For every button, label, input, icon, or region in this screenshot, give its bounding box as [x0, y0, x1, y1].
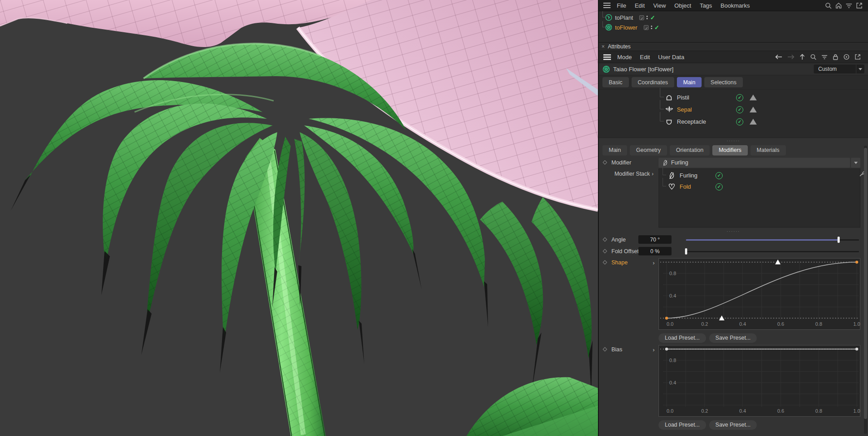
object-label[interactable]: toPlant — [615, 14, 633, 21]
angle-value-field[interactable]: 70 ° — [638, 235, 672, 244]
back-arrow-icon[interactable] — [775, 54, 782, 60]
object-row-toflower[interactable]: toFlower ✓ — [599, 22, 868, 32]
filter-icon[interactable] — [821, 54, 828, 60]
expand-chevron-icon[interactable]: › — [653, 346, 654, 353]
stack-row-furling[interactable]: Furling ✓ — [659, 170, 860, 181]
menu-item-mode[interactable]: Mode — [617, 54, 632, 60]
component-row-pistil[interactable]: Pistil ✓ — [599, 91, 868, 104]
visibility-dots-icon[interactable] — [646, 16, 648, 19]
splitter-grip[interactable]: ······ — [599, 229, 868, 234]
load-preset-button[interactable]: Load Preset... — [659, 333, 706, 343]
component-row-receptacle[interactable]: Receptacle ✓ — [599, 116, 868, 128]
tab-geometry[interactable]: Geometry — [630, 145, 667, 155]
svg-text:0.8: 0.8 — [816, 408, 822, 414]
triangle-icon[interactable] — [750, 107, 757, 112]
modifier-dropdown[interactable]: Furling — [659, 158, 850, 168]
enabled-check-icon[interactable]: ✓ — [715, 183, 723, 190]
component-label[interactable]: Sepal — [677, 106, 692, 113]
modifier-dropdown-value: Furling — [671, 160, 688, 166]
component-row-sepal[interactable]: Sepal ✓ — [599, 104, 868, 116]
enabled-check-icon[interactable]: ✓ — [736, 118, 743, 125]
tree-connector — [663, 178, 666, 186]
slider-handle[interactable] — [685, 248, 687, 255]
load-preset-button[interactable]: Load Preset... — [659, 420, 706, 430]
fold-offset-value-field[interactable]: 0 % — [638, 247, 672, 255]
visibility-dots-icon[interactable] — [651, 26, 652, 29]
tab-main[interactable]: Main — [677, 77, 702, 87]
tab-modifiers[interactable]: Modifiers — [712, 145, 748, 155]
menu-item-file[interactable]: File — [617, 2, 626, 9]
modifier-stack-label[interactable]: Modifier Stack› — [599, 171, 654, 177]
svg-text:0.2: 0.2 — [701, 321, 708, 327]
expand-chevron-icon[interactable]: › — [653, 259, 654, 266]
triangle-icon[interactable] — [750, 95, 757, 100]
forward-arrow-icon[interactable] — [787, 54, 794, 60]
edit-tag-icon[interactable] — [639, 15, 644, 20]
filter-icon[interactable] — [846, 3, 852, 9]
bias-curve-editor[interactable]: 0.80.40.00.20.40.60.81.0 — [659, 345, 860, 417]
slider-fill — [686, 239, 838, 241]
menu-item-tags[interactable]: Tags — [700, 2, 712, 9]
stack-item-label[interactable]: Furling — [680, 172, 698, 179]
viewport-3d[interactable] — [0, 0, 598, 436]
save-preset-button[interactable]: Save Preset... — [709, 333, 757, 343]
tab-orientation[interactable]: Orientation — [670, 145, 710, 155]
dropdown-caret-icon[interactable] — [856, 65, 864, 73]
open-in-new-icon[interactable] — [855, 54, 861, 60]
menu-item-edit[interactable]: Edit — [635, 2, 645, 9]
tab-main2[interactable]: Main — [602, 145, 627, 155]
keyframe-diamond-icon[interactable] — [603, 237, 607, 242]
home-icon[interactable] — [835, 2, 842, 9]
menu-item-view[interactable]: View — [653, 2, 666, 9]
slider-handle[interactable] — [837, 237, 840, 243]
stack-row-fold[interactable]: Fold ✓ — [659, 181, 860, 192]
enabled-check-icon[interactable]: ✓ — [715, 172, 723, 179]
component-label[interactable]: Receptacle — [677, 118, 706, 125]
angle-slider[interactable] — [686, 234, 859, 246]
slider-track[interactable] — [686, 251, 859, 252]
up-arrow-icon[interactable] — [799, 54, 805, 60]
hamburger-menu-icon[interactable] — [603, 54, 611, 60]
application-window: File Edit View Object Tags Bookmarks toP… — [0, 0, 868, 436]
keyframe-diamond-icon[interactable] — [603, 160, 607, 165]
splitter-grip[interactable]: ······ — [599, 138, 868, 143]
tab-materials[interactable]: Materials — [750, 145, 786, 155]
target-icon[interactable] — [843, 54, 850, 60]
tab-basic[interactable]: Basic — [602, 77, 629, 87]
enabled-check-icon[interactable]: ✓ — [736, 94, 743, 101]
menu-item-edit[interactable]: Edit — [640, 54, 650, 60]
shape-curve-editor[interactable]: 0.80.40.00.20.40.60.81.0 — [659, 258, 860, 330]
panel-scrollbar[interactable] — [864, 146, 867, 434]
bias-section: Bias › 0.80.40.00.20.40.60.81.0 — [599, 344, 868, 419]
keyframe-diamond-icon[interactable] — [603, 249, 607, 254]
modifier-dropdown-caret[interactable] — [851, 158, 860, 168]
panel-footer-space — [599, 431, 868, 436]
fold-offset-slider[interactable] — [686, 246, 859, 257]
stack-item-label[interactable]: Fold — [680, 183, 691, 190]
tab-selections[interactable]: Selections — [704, 77, 743, 87]
open-in-new-icon[interactable] — [856, 2, 863, 9]
save-preset-button[interactable]: Save Preset... — [709, 420, 757, 430]
enabled-check-icon[interactable]: ✓ — [654, 25, 659, 30]
keyframe-diamond-icon[interactable] — [603, 347, 607, 352]
menu-item-user-data[interactable]: User Data — [658, 54, 685, 60]
search-icon[interactable] — [810, 54, 816, 60]
edit-tag-icon[interactable] — [644, 25, 649, 30]
preset-dropdown[interactable]: Custom — [814, 65, 864, 73]
enabled-check-icon[interactable]: ✓ — [650, 15, 655, 21]
menu-item-object[interactable]: Object — [674, 2, 691, 9]
component-label[interactable]: Pistil — [677, 94, 689, 101]
tab-coordinates[interactable]: Coordinates — [632, 77, 674, 87]
menu-item-bookmarks[interactable]: Bookmarks — [720, 2, 750, 9]
search-icon[interactable] — [825, 2, 832, 9]
hamburger-menu-icon[interactable] — [603, 3, 611, 8]
keyframe-diamond-icon[interactable] — [603, 260, 607, 265]
expand-chevron-icon[interactable]: › — [652, 171, 654, 177]
close-icon[interactable]: × — [599, 43, 608, 50]
object-row-toplant[interactable]: toPlant ✓ — [599, 13, 868, 22]
lock-icon[interactable] — [833, 54, 838, 60]
object-label[interactable]: toFlower — [615, 24, 637, 31]
enabled-check-icon[interactable]: ✓ — [736, 106, 743, 113]
scrollbar-thumb[interactable] — [864, 148, 867, 419]
triangle-icon[interactable] — [750, 119, 757, 125]
